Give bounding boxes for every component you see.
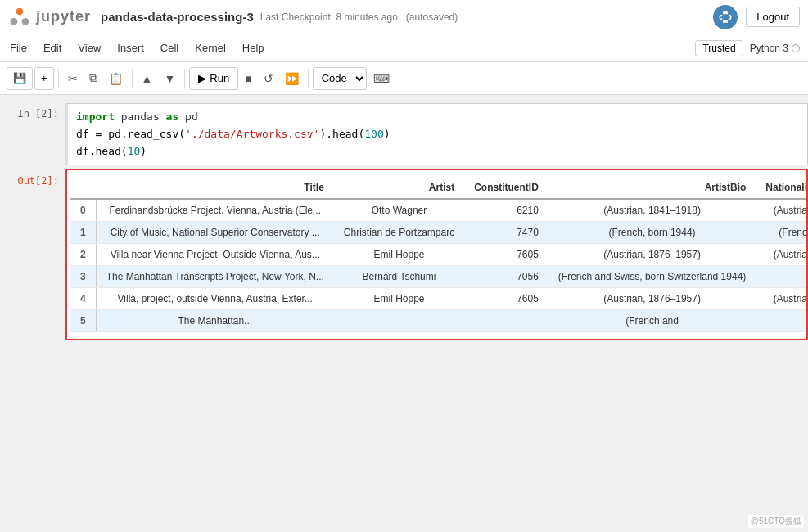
cell-1-nationality: (French) bbox=[756, 222, 806, 244]
menu-file[interactable]: File bbox=[8, 38, 29, 57]
cell-5-title: The Manhattan... bbox=[96, 310, 334, 332]
python-icon bbox=[713, 5, 738, 29]
col-header-index bbox=[70, 177, 96, 199]
menu-edit[interactable]: Edit bbox=[42, 38, 63, 57]
top-right-controls: Logout bbox=[713, 5, 800, 29]
menu-view[interactable]: View bbox=[76, 38, 102, 57]
cell-5-nationality bbox=[756, 310, 806, 332]
table-row: 0Ferdinandsbrücke Project, Vienna, Austr… bbox=[70, 199, 806, 222]
toolbar-separator-2 bbox=[132, 69, 133, 88]
cell-5-idx: 5 bbox=[70, 310, 96, 332]
cell-1-title: City of Music, National Superior Conserv… bbox=[96, 222, 334, 244]
output-cell-2: Out[2]: Title Artist ConstituentID Artis… bbox=[0, 169, 808, 340]
add-cell-button[interactable]: + bbox=[34, 67, 54, 90]
save-icon: 💾 bbox=[13, 72, 26, 84]
cell-2-artist: Emil Hoppe bbox=[334, 244, 464, 266]
jupyter-logo: jupyter bbox=[8, 6, 91, 29]
stop-button[interactable]: ■ bbox=[240, 67, 256, 90]
cell-0-constituentid: 6210 bbox=[464, 199, 548, 222]
output-prompt-2: Out[2]: bbox=[0, 169, 65, 187]
table-row: 4Villa, project, outside Vienna, Austria… bbox=[70, 288, 806, 310]
table-header-row: Title Artist ConstituentID ArtistBio Nat… bbox=[70, 177, 806, 199]
cell-4-idx: 4 bbox=[70, 288, 96, 310]
checkpoint-text: Last Checkpoint: 8 minutes ago (autosave… bbox=[260, 11, 458, 23]
cell-2-title: Villa near Vienna Project, Outside Vienn… bbox=[96, 244, 334, 266]
cell-2-idx: 2 bbox=[70, 244, 96, 266]
menu-right: Trusted Python 3 bbox=[695, 40, 800, 56]
watermark: @51CTO搜狐 bbox=[748, 515, 804, 528]
cell-3-title: The Manhattan Transcripts Project, New Y… bbox=[96, 266, 334, 288]
save-button[interactable]: 💾 bbox=[7, 67, 33, 90]
table-row: 2Villa near Vienna Project, Outside Vien… bbox=[70, 244, 806, 266]
code-editor-2[interactable]: import pandas as pd df = pd.read_csv('./… bbox=[65, 103, 808, 165]
cell-1-artistbio: (French, born 1944) bbox=[548, 222, 756, 244]
restart-button[interactable]: ↺ bbox=[259, 67, 278, 90]
input-cell-2: In [2]: import pandas as pd df = pd.read… bbox=[0, 103, 808, 165]
cell-5-artist bbox=[334, 310, 464, 332]
cell-0-nationality: (Austrian) bbox=[756, 199, 806, 222]
cell-2-artistbio: (Austrian, 1876–1957) bbox=[548, 244, 756, 266]
cell-3-artist: Bernard Tschumi bbox=[334, 266, 464, 288]
cell-4-artistbio: (Austrian, 1876–1957) bbox=[548, 288, 756, 310]
cell-1-artist: Christian de Portzamparc bbox=[334, 222, 464, 244]
kernel-info: Python 3 bbox=[750, 43, 800, 54]
table-row: 3The Manhattan Transcripts Project, New … bbox=[70, 266, 806, 288]
cell-type-select[interactable]: Code bbox=[313, 67, 367, 90]
output-dataframe: Title Artist ConstituentID ArtistBio Nat… bbox=[65, 169, 808, 340]
cut-button[interactable]: ✂ bbox=[63, 67, 83, 90]
col-header-artist: Artist bbox=[334, 177, 464, 199]
move-up-button[interactable]: ▲ bbox=[137, 67, 158, 90]
menu-insert[interactable]: Insert bbox=[115, 38, 146, 57]
cell-2-nationality: (Austrian) bbox=[756, 244, 806, 266]
move-down-button[interactable]: ▼ bbox=[159, 67, 180, 90]
svg-point-1 bbox=[11, 17, 18, 25]
kernel-status-circle bbox=[792, 44, 800, 52]
run-icon: ▶ bbox=[198, 72, 206, 84]
cell-0-idx: 0 bbox=[70, 199, 96, 222]
trusted-badge: Trusted bbox=[695, 40, 743, 56]
svg-point-2 bbox=[22, 17, 29, 25]
cell-4-nationality: (Austrian) bbox=[756, 288, 806, 310]
cell-3-idx: 3 bbox=[70, 266, 96, 288]
run-button[interactable]: ▶ Run bbox=[189, 67, 238, 90]
cell-5-constituentid bbox=[464, 310, 548, 332]
notebook-area: In [2]: import pandas as pd df = pd.read… bbox=[0, 95, 808, 532]
logout-button[interactable]: Logout bbox=[746, 7, 800, 27]
toolbar-separator-4 bbox=[308, 69, 309, 88]
cell-1-idx: 1 bbox=[70, 222, 96, 244]
cell-4-constituentid: 7605 bbox=[464, 288, 548, 310]
code-line-2: df = pd.read_csv('./data/Artworks.csv').… bbox=[76, 126, 799, 143]
col-header-constituentid: ConstituentID bbox=[464, 177, 548, 199]
cell-4-artist: Emil Hoppe bbox=[334, 288, 464, 310]
col-header-title: Title bbox=[96, 177, 334, 199]
notebook-title[interactable]: pandas-data-processing-3 bbox=[101, 10, 254, 24]
menu-cell[interactable]: Cell bbox=[159, 38, 180, 57]
input-prompt-2: In [2]: bbox=[0, 103, 65, 119]
col-header-nationality: Nationality bbox=[756, 177, 806, 199]
dataframe-table: Title Artist ConstituentID ArtistBio Nat… bbox=[70, 177, 806, 332]
cell-3-nationality: () bbox=[756, 266, 806, 288]
top-bar: jupyter pandas-data-processing-3 Last Ch… bbox=[0, 0, 808, 34]
dataframe-wrapper[interactable]: Title Artist ConstituentID ArtistBio Nat… bbox=[67, 170, 806, 339]
cell-2-constituentid: 7605 bbox=[464, 244, 548, 266]
toolbar: 💾 + ✂ ⧉ 📋 ▲ ▼ ▶ Run ■ ↺ ⏩ Code ⌨ bbox=[0, 62, 808, 95]
menu-kernel[interactable]: Kernel bbox=[193, 38, 228, 57]
col-header-artistbio: ArtistBio bbox=[548, 177, 756, 199]
jupyter-brand-text: jupyter bbox=[36, 8, 91, 25]
svg-point-0 bbox=[16, 7, 24, 15]
cell-1-constituentid: 7470 bbox=[464, 222, 548, 244]
cell-0-artistbio: (Austrian, 1841–1918) bbox=[548, 199, 756, 222]
cell-5-artistbio: (French and bbox=[548, 310, 756, 332]
cell-3-constituentid: 7056 bbox=[464, 266, 548, 288]
menu-help[interactable]: Help bbox=[241, 38, 266, 57]
restart-run-button[interactable]: ⏩ bbox=[280, 67, 304, 90]
table-row: 1City of Music, National Superior Conser… bbox=[70, 222, 806, 244]
cell-3-artistbio: (French and Swiss, born Switzerland 1944… bbox=[548, 266, 756, 288]
keyboard-shortcut-button[interactable]: ⌨ bbox=[368, 67, 395, 90]
menu-bar: File Edit View Insert Cell Kernel Help T… bbox=[0, 34, 808, 62]
code-line-3: df.head(10) bbox=[76, 143, 799, 160]
paste-button[interactable]: 📋 bbox=[104, 67, 128, 90]
toolbar-separator-3 bbox=[184, 69, 185, 88]
copy-button[interactable]: ⧉ bbox=[84, 67, 102, 90]
cell-0-title: Ferdinandsbrücke Project, Vienna, Austri… bbox=[96, 199, 334, 222]
